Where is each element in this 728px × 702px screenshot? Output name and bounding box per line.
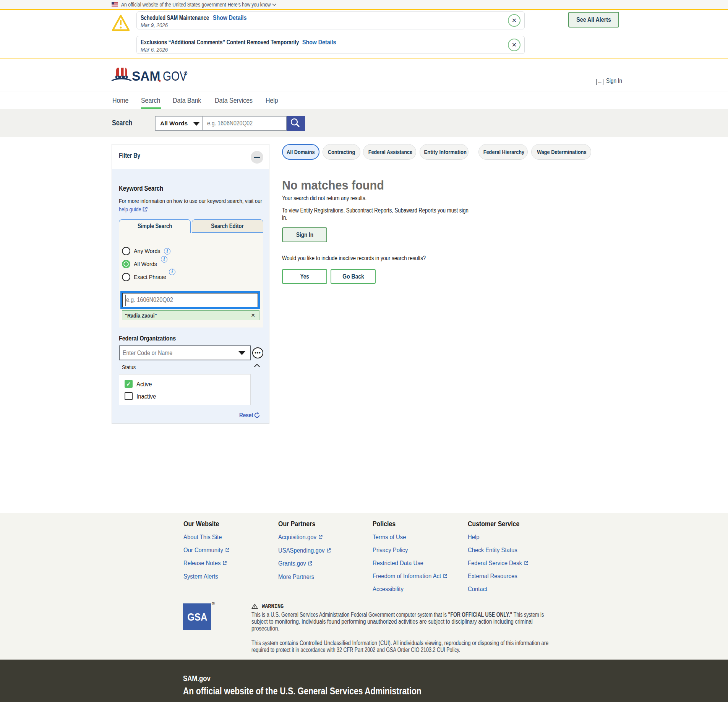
svg-text:GOV: GOV [163,68,187,83]
svg-text:SAM: SAM [132,68,160,83]
svg-text:R: R [185,72,186,75]
